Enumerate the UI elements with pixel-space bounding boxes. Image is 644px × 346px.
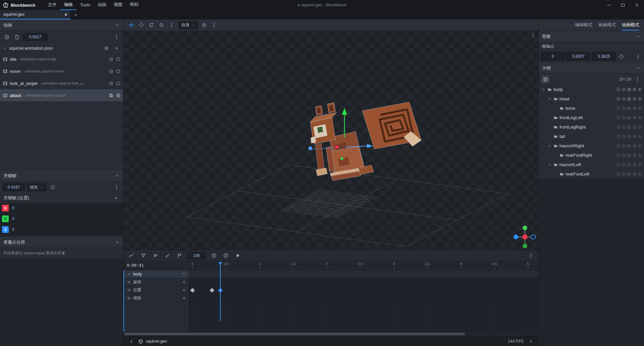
keyframe-diamond[interactable] — [190, 288, 195, 293]
animation-length-input[interactable]: 0.5417 — [23, 33, 48, 41]
rotate-tool-button[interactable] — [147, 21, 156, 30]
outline-panel-header[interactable]: 大纲 — [539, 62, 644, 74]
menu-item-animation[interactable]: 动画 — [94, 0, 110, 10]
chevron-down-icon[interactable] — [547, 144, 552, 148]
track-lane-body[interactable] — [189, 270, 538, 278]
star-icon[interactable] — [622, 115, 626, 120]
star-icon[interactable] — [622, 172, 626, 176]
star-icon[interactable] — [622, 125, 626, 129]
import-animation-button[interactable] — [13, 33, 21, 41]
eye-icon[interactable] — [638, 144, 642, 148]
collapse-track-button[interactable] — [182, 272, 186, 276]
star-icon[interactable] — [622, 144, 626, 148]
axis-z-value[interactable]: 0 — [12, 227, 14, 232]
axis-row-x[interactable]: X 0 — [0, 203, 123, 213]
saved-check-icon[interactable] — [109, 69, 113, 73]
playback-speed-input[interactable]: 100 — [187, 252, 206, 259]
outliner-row-frontLegLeft[interactable]: frontLegLeft — [539, 113, 644, 122]
circle-x-icon[interactable] — [616, 172, 621, 176]
saved-check-icon[interactable] — [109, 81, 113, 86]
star-icon[interactable] — [622, 106, 626, 110]
lock-icon[interactable] — [632, 115, 637, 120]
lock-icon[interactable] — [632, 144, 637, 148]
menu-item-tools[interactable]: Tools — [76, 0, 94, 10]
maximize-button[interactable] — [616, 0, 630, 10]
interpolation-dropdown[interactable]: 线性 — [27, 183, 47, 191]
menu-item-view[interactable]: 视图 — [110, 0, 126, 10]
menu-item-help[interactable]: 帮助 — [126, 0, 142, 10]
camera-icon[interactable] — [627, 134, 631, 139]
viewport-menu-button[interactable] — [531, 33, 536, 38]
outliner-row-bone[interactable]: bone — [539, 103, 644, 113]
axis-y-value[interactable]: 0 — [12, 216, 14, 221]
add-keyframe-button[interactable] — [182, 280, 186, 284]
mode-tab-edit[interactable]: 编辑模式 — [575, 19, 592, 31]
circle-x-icon[interactable] — [616, 144, 621, 148]
add-keyframe-button[interactable] — [112, 194, 120, 202]
circle-x-icon[interactable] — [616, 125, 621, 129]
add-animation-to-file-button[interactable] — [112, 44, 120, 52]
menu-item-file[interactable]: 文件 — [44, 0, 60, 10]
add-keyframe-button[interactable] — [182, 288, 186, 292]
new-tab-button[interactable] — [70, 10, 80, 19]
add-keyframe-button[interactable] — [182, 296, 186, 300]
chevron-down-icon[interactable] — [547, 97, 552, 101]
outliner-row-rearFootRight[interactable]: rearFootRight — [539, 150, 644, 160]
camera-icon[interactable] — [627, 125, 631, 129]
lock-icon[interactable] — [632, 97, 637, 101]
camera-icon[interactable] — [627, 162, 631, 167]
keyframe-time-input[interactable]: 0.4167 — [3, 183, 25, 191]
bone-panel-menu-button[interactable] — [634, 52, 642, 60]
play-state-icon[interactable] — [116, 69, 120, 73]
camera-icon[interactable] — [627, 115, 631, 120]
lock-icon[interactable] — [632, 153, 637, 157]
camera-icon[interactable] — [627, 106, 631, 110]
outline-panel-menu-button[interactable] — [633, 75, 641, 83]
bone-panel-header[interactable]: 骨骼 — [539, 31, 644, 42]
animation-panel-menu-button[interactable] — [112, 33, 120, 41]
eye-icon[interactable] — [127, 280, 131, 284]
star-icon[interactable] — [622, 134, 626, 139]
outliner-row-body[interactable]: body — [539, 85, 644, 94]
eye-icon[interactable] — [638, 153, 642, 157]
play-state-icon[interactable] — [116, 81, 120, 86]
animation-panel-header[interactable]: 动画 — [0, 19, 123, 31]
focus-pivot-button[interactable] — [617, 52, 625, 60]
play-circle-icon[interactable] — [116, 93, 120, 98]
star-icon[interactable] — [622, 153, 626, 157]
outliner-toggles-button[interactable] — [541, 75, 549, 83]
outliner-row-haunchLeft[interactable]: haunchLeft — [539, 160, 644, 169]
lock-icon[interactable] — [632, 125, 637, 129]
menu-item-edit[interactable]: 编辑 — [60, 0, 76, 10]
add-animation-button[interactable] — [3, 33, 11, 41]
lock-button[interactable] — [200, 21, 208, 30]
viewport-3d[interactable] — [123, 31, 538, 250]
circle-x-icon[interactable] — [616, 87, 621, 92]
animation-row-move[interactable]: move - animation.squirrel.move — [0, 65, 123, 77]
eye-icon[interactable] — [127, 288, 131, 292]
outliner-row-rearFootLeft[interactable]: rearFootLeft — [539, 169, 644, 179]
back-button[interactable] — [127, 337, 136, 346]
lock-icon[interactable] — [632, 106, 637, 110]
outliner-row-frontLegRight[interactable]: frontLegRight — [539, 122, 644, 132]
pivot-x-input[interactable]: 0 — [541, 52, 565, 61]
animation-row-look-at-target[interactable]: look_at_target - animation.squirrel.look… — [0, 77, 123, 89]
reset-keyframe-button[interactable] — [49, 183, 57, 191]
star-icon[interactable] — [622, 97, 626, 101]
eye-icon[interactable] — [638, 106, 642, 110]
save-animation-file-button[interactable] — [102, 44, 110, 52]
previous-keyframe-button[interactable] — [209, 251, 218, 260]
axis-x-value[interactable]: 0 — [12, 206, 14, 210]
pivot-tool-button[interactable] — [157, 21, 166, 30]
filter-channels-button[interactable] — [139, 251, 148, 260]
lock-icon[interactable] — [632, 87, 637, 92]
eye-icon[interactable] — [638, 115, 642, 120]
camera-icon[interactable] — [627, 87, 631, 92]
close-button[interactable] — [630, 0, 644, 10]
camera-icon[interactable] — [627, 172, 631, 176]
circle-x-icon[interactable] — [616, 162, 621, 167]
camera-icon[interactable] — [627, 97, 631, 101]
circle-x-icon[interactable] — [616, 153, 621, 157]
forward-button[interactable] — [526, 337, 535, 346]
scrollbar-thumb[interactable] — [124, 333, 465, 335]
